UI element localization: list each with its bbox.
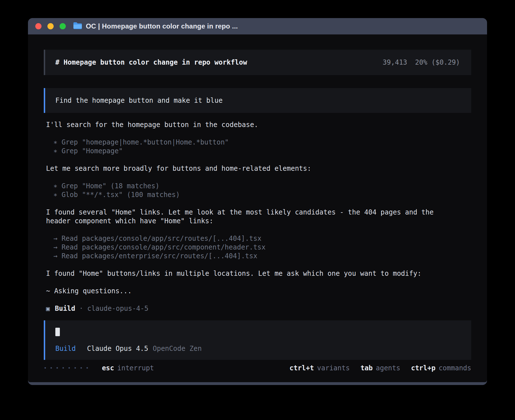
esc-label: interrupt bbox=[117, 364, 154, 372]
tool-call-grep: ∗ Grep "Homepage" bbox=[53, 147, 471, 156]
commands-label: commands bbox=[438, 364, 471, 372]
user-message-text: Find the homepage button and make it blu… bbox=[55, 96, 222, 105]
session-header: # Homepage button color change in repo w… bbox=[44, 50, 471, 75]
agents-label: agents bbox=[376, 364, 400, 372]
variants-label: variants bbox=[317, 364, 350, 372]
input-meta: Build Claude Opus 4.5 OpenCode Zen bbox=[55, 344, 460, 353]
tool-call-group: ∗ Grep "Home" (18 matches) ∗ Glob "**/*.… bbox=[46, 182, 471, 199]
close-button[interactable] bbox=[35, 23, 42, 29]
tool-call-group: ∗ Grep "homepage|home.*button|Home.*butt… bbox=[46, 138, 471, 156]
prompt-input[interactable]: Build Claude Opus 4.5 OpenCode Zen bbox=[44, 320, 471, 360]
token-count: 39,413 bbox=[383, 58, 407, 67]
hint-interrupt: escinterrupt bbox=[102, 364, 154, 373]
tab-key: tab bbox=[361, 364, 373, 372]
hint-agents: tabagents bbox=[361, 364, 400, 373]
session-stats: 39,413 20% ($0.29) bbox=[383, 58, 460, 67]
assistant-text: I found several "Home" links. Let me loo… bbox=[46, 208, 447, 226]
titlebar: OC | Homepage button color change in rep… bbox=[28, 18, 487, 34]
agent-model: claude-opus-4-5 bbox=[87, 304, 149, 313]
user-message: Find the homepage button and make it blu… bbox=[44, 88, 471, 113]
tool-call-grep: ∗ Grep "homepage|home.*button|Home.*butt… bbox=[53, 138, 471, 147]
minimize-button[interactable] bbox=[47, 23, 54, 29]
esc-key: esc bbox=[102, 364, 114, 372]
folder-icon bbox=[73, 22, 82, 30]
agent-status-line: ▣ Build · claude-opus-4-5 bbox=[46, 304, 471, 313]
hint-commands: ctrl+pcommands bbox=[411, 364, 471, 373]
ctrl-p-key: ctrl+p bbox=[411, 364, 436, 372]
window-title: OC | Homepage button color change in rep… bbox=[86, 22, 238, 30]
hint-variants: ctrl+tvariants bbox=[289, 364, 350, 373]
context-usage: 20% ($0.29) bbox=[415, 58, 460, 67]
text-cursor bbox=[55, 328, 60, 336]
terminal-window: OC | Homepage button color change in rep… bbox=[28, 18, 487, 385]
assistant-text: I'll search for the homepage button in t… bbox=[46, 121, 471, 129]
status-bar: •••••••• escinterrupt ctrl+tvariants tab… bbox=[44, 360, 471, 373]
tool-call-grep: ∗ Grep "Home" (18 matches) bbox=[53, 182, 471, 191]
window-controls bbox=[35, 23, 66, 29]
assistant-text: Let me search more broadly for buttons a… bbox=[46, 164, 471, 173]
tool-call-group: → Read packages/console/app/src/routes/[… bbox=[46, 234, 471, 261]
tool-call-read: → Read packages/console/app/src/routes/[… bbox=[53, 234, 471, 243]
ctrl-t-key: ctrl+t bbox=[289, 364, 314, 372]
conversation: I'll search for the homepage button in t… bbox=[46, 121, 471, 313]
tool-call-read: → Read packages/console/app/src/componen… bbox=[53, 243, 471, 252]
asking-questions-status: ~ Asking questions... bbox=[46, 287, 471, 296]
zoom-button[interactable] bbox=[60, 23, 66, 29]
agent-name: Build bbox=[55, 304, 75, 313]
input-agent-label: Build bbox=[55, 344, 76, 353]
input-model-label: Claude Opus 4.5 bbox=[87, 344, 148, 353]
terminal-content: # Homepage button color change in repo w… bbox=[28, 34, 487, 382]
input-provider-label: OpenCode Zen bbox=[153, 344, 202, 353]
separator-dot: · bbox=[79, 304, 83, 313]
assistant-text: I found "Home" buttons/links in multiple… bbox=[46, 269, 471, 278]
spinner-dots: •••••••• bbox=[44, 364, 92, 373]
session-title: # Homepage button color change in repo w… bbox=[55, 58, 247, 67]
agent-badge-icon: ▣ bbox=[46, 304, 50, 313]
tool-call-read: → Read packages/enterprise/src/routes/[.… bbox=[53, 252, 471, 261]
shortcut-hints: ctrl+tvariants tabagents ctrl+pcommands bbox=[289, 364, 471, 373]
tool-call-glob: ∗ Glob "**/*.tsx" (100 matches) bbox=[53, 191, 471, 199]
